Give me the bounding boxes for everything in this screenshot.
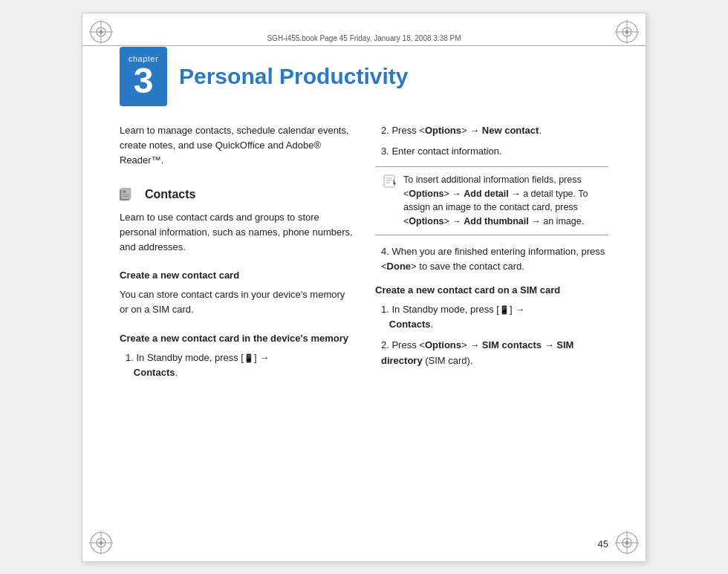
step4-text: 4. When you are finished entering inform… [375,244,608,274]
note-icon [383,174,397,189]
sub1-heading: Create a new contact card [120,268,353,283]
contacts-body: Learn to use contact cards and groups to… [120,210,353,255]
intro-text: Learn to manage contacts, schedule calen… [120,123,353,168]
chapter-number: 3 [134,63,154,99]
sub1-body: You can store contact cards in your devi… [120,287,353,317]
page: SGH-i455.book Page 45 Friday, January 18… [82,13,646,562]
content-area: Learn to manage contacts, schedule calen… [120,123,608,524]
svg-point-4 [100,30,103,33]
contacts-heading: Contacts [120,186,353,204]
svg-point-9 [625,30,629,33]
step6-text: 2. Press <Options> → SIM contacts → SIM … [375,338,608,368]
right-column: 2. Press <Options> → New contact. 3. Ent… [375,123,608,524]
contacts-title: Contacts [145,186,195,204]
corner-mark-bl [87,529,115,557]
step2-text: 2. Press <Options> → New contact. [375,123,608,138]
svg-point-14 [100,541,103,544]
note-box: To insert additional information fields,… [375,166,608,235]
sub3-heading: Create a new contact card on a SIM card [375,283,608,298]
svg-rect-21 [121,188,131,199]
step3-text: 3. Enter contact information. [375,144,608,159]
chapter-title: Personal Productivity [179,64,408,89]
svg-rect-22 [123,190,126,193]
page-number: 45 [598,538,608,549]
step5-text: 1. In Standby mode, press [📱] → Contacts… [375,302,608,332]
intro-body: Learn to manage contacts, schedule calen… [120,125,349,166]
svg-point-19 [625,541,629,544]
step1-text: 1. In Standby mode, press [📱] → Contacts… [120,350,353,380]
sub2-heading: Create a new contact card in the device'… [120,331,353,346]
header-line: SGH-i455.book Page 45 Friday, January 18… [82,34,646,46]
chapter-badge: chapter 3 [120,47,167,106]
contacts-icon [120,188,136,201]
chapter-block: chapter 3 Personal Productivity [120,47,408,106]
header-text: SGH-i455.book Page 45 Friday, January 18… [267,34,461,42]
svg-rect-25 [384,175,394,187]
corner-mark-br [613,529,641,557]
left-column: Learn to manage contacts, schedule calen… [120,123,353,524]
note-content: To insert additional information fields,… [403,173,601,229]
